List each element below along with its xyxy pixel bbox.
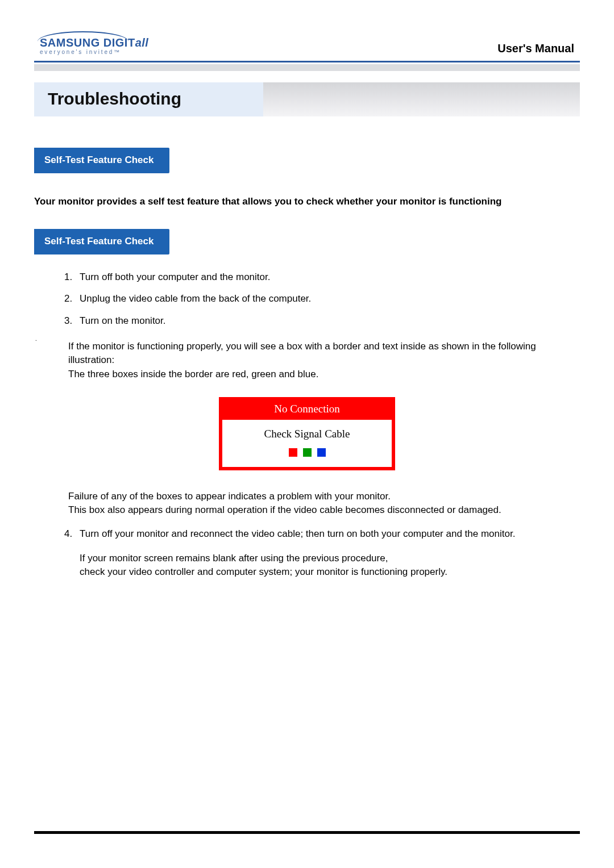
step-4-text: Turn off your monitor and reconnect the … [80, 528, 515, 539]
page-title-bar: Troubleshooting [34, 82, 580, 116]
brand-suffix: all [135, 36, 149, 49]
after-steps-paragraph: If the monitor is functioning properly, … [68, 340, 580, 382]
step-4-follow-a: If your monitor screen remains blank aft… [80, 553, 388, 564]
brand-logo: SAMSUNG DIGITall everyone's invited™ [40, 37, 148, 55]
step-2: Unplug the video cable from the back of … [75, 292, 580, 306]
step-1: Turn off both your computer and the moni… [75, 270, 580, 285]
steps-list-1: Turn off both your computer and the moni… [34, 270, 580, 328]
step-3: Turn on the monitor. [75, 314, 580, 328]
subsection-heading-selftest: Self-Test Feature Check [34, 229, 169, 254]
logo-arc-icon [38, 31, 128, 49]
stray-period: . [35, 336, 37, 342]
steps-list-2: Turn off your monitor and reconnect the … [34, 527, 580, 579]
intro-text: Your monitor provides a self test featur… [34, 195, 580, 209]
rgb-indicator-row [228, 448, 386, 457]
post-box-paragraph: Failure of any of the boxes to appear in… [68, 490, 580, 517]
after-steps-line-1: If the monitor is functioning properly, … [68, 341, 536, 366]
after-steps-line-2: The three boxes inside the border are re… [68, 369, 318, 379]
no-connection-message: Check Signal Cable [228, 428, 386, 440]
header-rule-light [34, 64, 580, 71]
section-heading-selftest: Self-Test Feature Check [34, 148, 169, 173]
step-4: Turn off your monitor and reconnect the … [75, 527, 580, 579]
green-square-icon [303, 448, 312, 457]
page-title-gradient [263, 82, 580, 116]
no-connection-inner: Check Signal Cable [222, 420, 392, 467]
page-header: SAMSUNG DIGITall everyone's invited™ Use… [34, 37, 580, 59]
brand-tagline: everyone's invited™ [40, 49, 148, 55]
no-connection-box: No Connection Check Signal Cable [219, 397, 395, 470]
header-title: User's Manual [497, 42, 574, 55]
steps-wrapper: . Turn off both your computer and the mo… [34, 270, 580, 328]
red-square-icon [289, 448, 297, 457]
manual-page: SAMSUNG DIGITall everyone's invited™ Use… [0, 0, 614, 868]
blue-square-icon [317, 448, 326, 457]
step-4-follow-b: check your video controller and computer… [80, 566, 447, 577]
post-box-line-2: This box also appears during normal oper… [68, 504, 501, 515]
no-connection-title: No Connection [222, 400, 392, 420]
post-box-line-1: Failure of any of the boxes to appear in… [68, 491, 391, 502]
header-rule-strong [34, 61, 580, 62]
footer-rule [34, 831, 580, 834]
brand-logo-text: SAMSUNG DIGITall [40, 37, 148, 48]
page-title: Troubleshooting [34, 82, 263, 116]
